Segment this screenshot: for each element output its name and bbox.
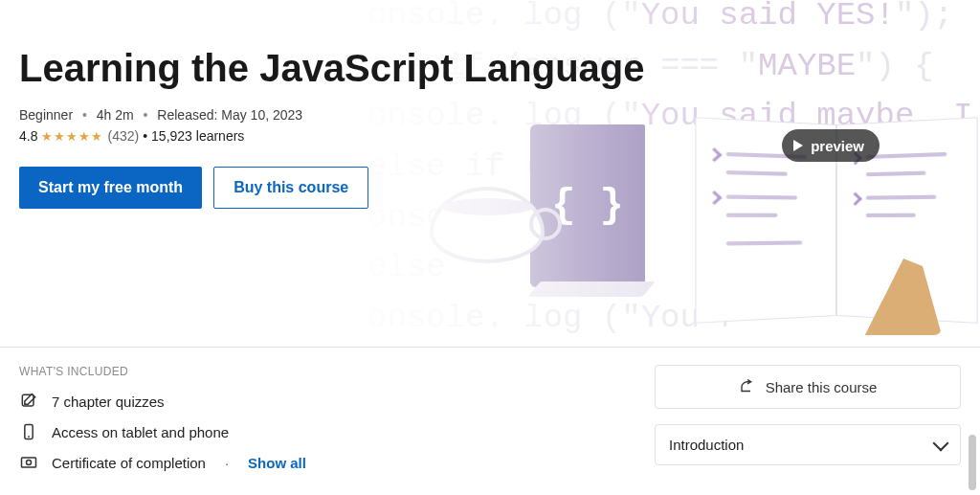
list-item: Access on tablet and phone [19, 416, 616, 447]
scrollbar-thumb[interactable] [969, 435, 976, 490]
start-free-month-button[interactable]: Start my free month [19, 167, 202, 209]
svg-point-4 [27, 461, 32, 465]
cta-row: Start my free month Buy this course [19, 167, 961, 209]
toc-section-label: Introduction [669, 437, 744, 453]
buy-course-button[interactable]: Buy this course [213, 167, 368, 209]
lower-section: WHAT'S INCLUDED 7 chapter quizzes Access… [0, 348, 980, 478]
released-prefix: Released: [157, 107, 217, 123]
stars-icon: ★★★★★ [41, 129, 103, 144]
list-item: 7 chapter quizzes [19, 386, 616, 416]
course-meta: Beginner • 4h 2m • Released: May 10, 202… [19, 107, 961, 123]
preview-label: preview [811, 138, 864, 154]
quiz-icon [19, 392, 38, 411]
rating-count[interactable]: (432) [107, 128, 139, 144]
learners-count: 15,923 learners [151, 128, 244, 144]
included-heading: WHAT'S INCLUDED [19, 365, 616, 378]
device-icon [19, 422, 38, 441]
preview-button[interactable]: preview [782, 129, 880, 162]
course-title: Learning the JavaScript Language [19, 46, 961, 90]
share-course-button[interactable]: Share this course [655, 365, 961, 409]
toc-section-introduction[interactable]: Introduction [655, 424, 961, 465]
svg-rect-3 [22, 458, 36, 467]
share-icon [739, 378, 756, 395]
play-icon [793, 140, 803, 151]
duration-label: 4h 2m [97, 107, 134, 123]
certificate-icon [19, 453, 38, 472]
hero-section: onsole. log ("You said YES!"); lse if (a… [0, 0, 980, 347]
list-item: Certificate of completion · Show all [19, 447, 616, 478]
rating-value: 4.8 [19, 128, 37, 144]
level-label: Beginner [19, 107, 73, 123]
included-list: 7 chapter quizzes Access on tablet and p… [19, 386, 616, 478]
show-all-link[interactable]: Show all [248, 455, 306, 471]
share-label: Share this course [766, 379, 878, 395]
chevron-down-icon [933, 435, 949, 451]
released-date: May 10, 2023 [221, 107, 302, 123]
